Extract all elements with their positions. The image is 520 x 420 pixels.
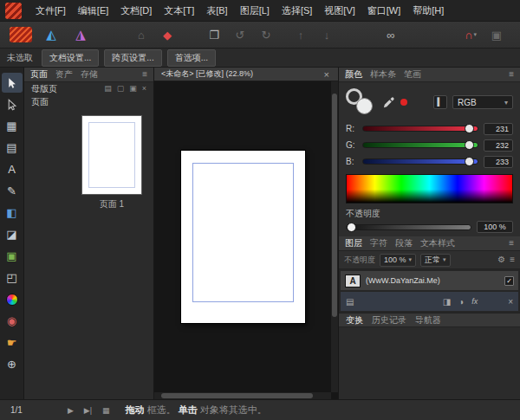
canvas-viewport[interactable] (154, 81, 338, 399)
tab-stock[interactable]: 存储 (81, 68, 98, 81)
horizontal-scroll-thumb[interactable] (161, 393, 313, 398)
color-spectrum-picker[interactable] (346, 174, 513, 204)
menu-file[interactable]: 文件[F] (29, 1, 72, 21)
menu-text[interactable]: 文本[T] (158, 1, 200, 21)
move-forward-icon[interactable]: ↑ (289, 25, 312, 44)
menu-help[interactable]: 帮助[H] (406, 1, 450, 21)
move-tool[interactable] (2, 73, 23, 93)
add-pages-icon[interactable]: ❐ (203, 25, 225, 44)
horizontal-scrollbar[interactable] (154, 392, 331, 399)
channel-r-thumb[interactable] (465, 124, 474, 133)
eyedropper-icon[interactable] (382, 96, 395, 109)
transparency-tool[interactable]: ◪ (2, 224, 23, 244)
tab-layers[interactable]: 图层 (345, 237, 362, 249)
opacity-slider[interactable] (346, 224, 471, 230)
preflight-icon[interactable]: ◆ (156, 25, 179, 44)
color-mode-select[interactable]: RGB ▾ (452, 95, 513, 109)
layer-visibility-checkbox[interactable]: ✓ (504, 276, 514, 286)
channel-g-thumb[interactable] (465, 140, 474, 150)
place-icon[interactable]: ⌂ (130, 25, 153, 44)
node-tool[interactable] (2, 94, 23, 114)
assistant-icon[interactable]: ▣ (485, 25, 508, 44)
channel-r-slider[interactable] (362, 126, 478, 132)
tab-stroke[interactable]: 笔画 (404, 68, 421, 81)
add-master-icon[interactable]: ▤ (104, 85, 112, 93)
menu-document[interactable]: 文档[D] (114, 1, 158, 21)
tab-assets[interactable]: 资产 (55, 68, 73, 81)
color-picker-tool[interactable]: ◉ (2, 311, 23, 331)
hand-tool[interactable]: ☛ (2, 333, 23, 352)
last-page-icon[interactable]: ▶| (84, 406, 92, 415)
delete-layer-icon[interactable]: × (508, 297, 513, 307)
layers-panel-menu-icon[interactable]: ≡ (509, 239, 514, 248)
page-thumbnail[interactable] (81, 115, 142, 195)
layer-item[interactable]: A (WwW.DaYanZai.Me) ✓ (341, 271, 518, 290)
vertical-scrollbar[interactable] (331, 81, 338, 392)
layers-options-menu-icon[interactable]: ≡ (510, 255, 515, 264)
frame-text-tool[interactable]: ▤ (2, 138, 23, 158)
duplicate-page-icon[interactable]: ▣ (129, 85, 137, 93)
channel-r-value[interactable]: 231 (484, 123, 513, 135)
page-thumbnail-item[interactable]: 页面 1 (24, 108, 153, 210)
photo-persona-icon[interactable]: ◮ (68, 25, 94, 44)
fill-tool[interactable]: ◧ (2, 203, 23, 223)
tab-character[interactable]: 字符 (370, 237, 387, 249)
document-page[interactable] (181, 151, 305, 323)
menu-window[interactable]: 窗口[W] (361, 1, 407, 21)
menu-view[interactable]: 视图[V] (318, 1, 361, 21)
blend-mode-select[interactable]: 正常 ▾ (420, 254, 451, 267)
move-backward-icon[interactable]: ↓ (315, 25, 338, 44)
artistic-text-tool[interactable]: A (2, 159, 23, 179)
menu-table[interactable]: 表[B] (200, 1, 233, 21)
tab-transform[interactable]: 变换 (346, 314, 363, 326)
preferences-button[interactable]: 首选项... (167, 49, 216, 67)
preview-mode-icon[interactable]: ∞ (380, 25, 402, 44)
snapping-icon[interactable]: ∩▾ (459, 25, 482, 44)
pages-section-label[interactable]: 页面 (31, 96, 49, 108)
adjustment-icon[interactable]: ◑ (458, 297, 464, 307)
redo-icon[interactable]: ↻ (255, 25, 277, 44)
opacity-value[interactable]: 100 % (477, 221, 513, 233)
undo-icon[interactable]: ↺ (229, 25, 251, 44)
delete-page-icon[interactable]: × (142, 85, 146, 93)
tab-text-styles[interactable]: 文本样式 (420, 237, 455, 249)
publisher-persona-icon[interactable] (10, 27, 32, 42)
spread-setup-button[interactable]: 跨页设置... (104, 49, 161, 67)
panel-menu-icon[interactable]: ≡ (142, 70, 147, 79)
tab-color[interactable]: 颜色 (345, 68, 362, 81)
picture-frame-tool[interactable]: ▣ (2, 246, 23, 266)
channel-g-slider[interactable] (362, 142, 478, 148)
tab-paragraph[interactable]: 段落 (395, 237, 413, 249)
mask-icon[interactable]: ◨ (443, 297, 451, 307)
crop-tool[interactable]: ◰ (2, 268, 23, 288)
add-page-icon[interactable]: ▢ (117, 85, 125, 93)
tab-pages[interactable]: 页面 (30, 68, 48, 81)
close-document-icon[interactable]: × (322, 69, 331, 80)
zoom-tool[interactable]: ⊕ (2, 354, 23, 374)
document-tab[interactable]: <未命名> [已修改] (22.8%) (161, 68, 253, 80)
fill-color-swatch[interactable] (356, 98, 373, 114)
swatch-tool[interactable] (2, 289, 23, 309)
layers-stack-icon[interactable]: ▤ (346, 297, 354, 307)
pen-tool[interactable]: ✎ (2, 181, 23, 201)
menu-edit[interactable]: 编辑[E] (72, 1, 114, 21)
color-panel-menu-icon[interactable]: ≡ (509, 70, 514, 79)
designer-persona-icon[interactable]: ◭ (38, 25, 64, 44)
pages-grid-icon[interactable]: ▦ (102, 406, 110, 415)
channel-g-value[interactable]: 232 (484, 139, 513, 152)
tab-navigator[interactable]: 导航器 (415, 314, 441, 326)
next-page-icon[interactable]: ▶ (68, 406, 74, 415)
opacity-thumb[interactable] (347, 223, 356, 232)
layer-opacity-select[interactable]: 100 % ▾ (380, 254, 416, 267)
channel-b-slider[interactable] (362, 158, 478, 165)
vertical-scroll-thumb[interactable] (332, 94, 337, 317)
menu-layer[interactable]: 图层[L] (234, 1, 276, 21)
menu-select[interactable]: 选择[S] (276, 1, 318, 21)
gear-icon[interactable]: ⚙ (497, 255, 505, 264)
color-format-icon[interactable]: ▍ (433, 95, 447, 109)
channel-b-thumb[interactable] (465, 157, 474, 166)
tab-swatches[interactable]: 样本条 (370, 68, 396, 81)
effects-icon[interactable]: fx (471, 297, 478, 306)
table-tool[interactable]: ▦ (2, 116, 23, 136)
channel-b-value[interactable]: 233 (484, 156, 513, 168)
